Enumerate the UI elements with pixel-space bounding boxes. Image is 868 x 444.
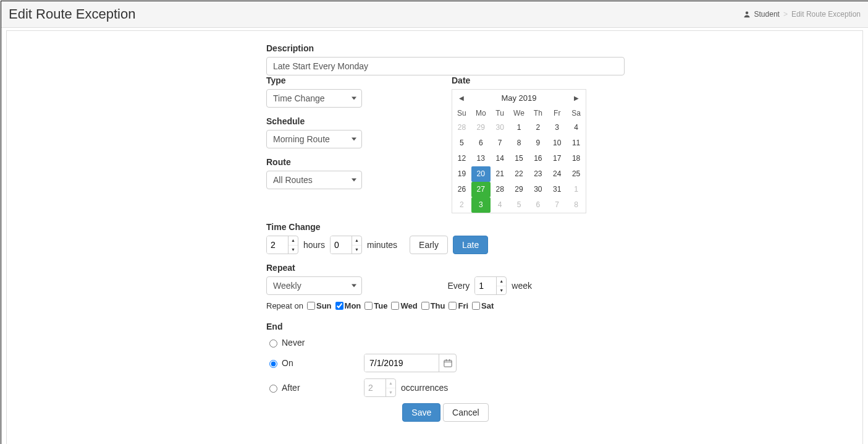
cancel-button[interactable]: Cancel [443, 403, 489, 422]
calendar-day[interactable]: 15 [510, 151, 529, 166]
repeat-day-label: Mon [345, 301, 361, 310]
minutes-up-button[interactable]: ▲ [352, 236, 361, 245]
calendar-day[interactable]: 20 [471, 166, 491, 182]
every-input[interactable] [475, 277, 496, 294]
calendar-day[interactable]: 12 [452, 151, 471, 166]
calendar-day[interactable]: 3 [471, 197, 491, 213]
calendar-day[interactable]: 22 [510, 166, 529, 182]
calendar-day[interactable]: 5 [510, 197, 529, 213]
calendar-day[interactable]: 3 [547, 120, 567, 135]
calendar-day[interactable]: 28 [491, 182, 510, 197]
repeat-day-mon[interactable]: Mon [335, 301, 361, 310]
after-down-button[interactable]: ▼ [386, 388, 395, 397]
repeat-day-checkbox[interactable] [449, 302, 457, 310]
late-button[interactable]: Late [453, 236, 488, 254]
calendar-day[interactable]: 18 [567, 151, 586, 166]
calendar-day[interactable]: 1 [567, 182, 586, 197]
calendar-day[interactable]: 25 [567, 166, 586, 182]
after-up-button[interactable]: ▲ [386, 379, 395, 388]
end-on-radio[interactable] [269, 360, 277, 368]
minutes-down-button[interactable]: ▼ [352, 245, 361, 254]
repeat-day-checkbox[interactable] [391, 302, 399, 310]
svg-point-0 [745, 12, 748, 15]
end-after-input[interactable] [364, 379, 386, 396]
repeat-day-checkbox[interactable] [335, 302, 343, 310]
repeat-day-sat[interactable]: Sat [472, 301, 494, 310]
hours-input[interactable] [267, 236, 288, 254]
calendar-day[interactable]: 2 [528, 120, 547, 135]
calendar-dow: Th [528, 106, 547, 120]
calendar-day[interactable]: 10 [547, 135, 567, 151]
repeat-day-checkbox[interactable] [421, 302, 429, 310]
calendar-day[interactable]: 6 [528, 197, 547, 213]
breadcrumb-current: Edit Route Exception [791, 10, 861, 19]
end-on-date-input[interactable] [364, 354, 439, 372]
repeat-day-checkbox[interactable] [364, 302, 373, 310]
calendar-day[interactable]: 11 [567, 135, 586, 151]
calendar-day[interactable]: 9 [528, 135, 547, 151]
hours-spinner[interactable]: ▲ ▼ [266, 236, 298, 254]
description-input[interactable] [266, 57, 625, 75]
repeat-day-thu[interactable]: Thu [421, 301, 445, 310]
breadcrumb-student-link[interactable]: Student [754, 10, 780, 19]
end-after-spinner[interactable]: ▲ ▼ [364, 378, 396, 397]
calendar-day[interactable]: 6 [471, 135, 491, 151]
repeat-day-wed[interactable]: Wed [391, 301, 417, 310]
calendar-day[interactable]: 13 [471, 151, 491, 166]
repeat-dropdown[interactable]: Weekly [266, 276, 362, 295]
calendar-day[interactable]: 8 [510, 135, 529, 151]
calendar-day[interactable]: 30 [528, 182, 547, 197]
calendar-day[interactable]: 30 [491, 120, 510, 135]
calendar-day[interactable]: 4 [491, 197, 510, 213]
type-dropdown[interactable]: Time Change [266, 89, 362, 108]
calendar-day[interactable]: 1 [510, 120, 529, 135]
calendar-day[interactable]: 29 [471, 120, 491, 135]
calendar-icon[interactable] [439, 354, 456, 372]
repeat-day-checkbox[interactable] [472, 302, 480, 310]
hours-down-button[interactable]: ▼ [289, 245, 298, 254]
every-down-button[interactable]: ▼ [497, 286, 506, 295]
repeat-day-checkbox[interactable] [307, 302, 315, 310]
end-after-label: After [282, 383, 300, 393]
every-label: Every [448, 281, 470, 291]
schedule-dropdown[interactable]: Morning Route [266, 130, 362, 148]
calendar-day[interactable]: 17 [547, 151, 567, 166]
calendar-day[interactable]: 8 [567, 197, 586, 213]
early-button[interactable]: Early [410, 236, 448, 254]
calendar-day[interactable]: 2 [452, 197, 471, 213]
calendar-day[interactable]: 31 [547, 182, 567, 197]
calendar-day[interactable]: 27 [471, 182, 491, 197]
repeat-day-fri[interactable]: Fri [449, 301, 468, 310]
repeat-day-sun[interactable]: Sun [307, 301, 332, 310]
minutes-spinner[interactable]: ▲ ▼ [330, 236, 362, 254]
schedule-dropdown-value: Morning Route [273, 134, 330, 144]
hours-up-button[interactable]: ▲ [289, 236, 298, 245]
save-button[interactable]: Save [402, 403, 440, 422]
calendar-day[interactable]: 28 [452, 120, 471, 135]
repeat-day-tue[interactable]: Tue [364, 301, 387, 310]
end-on-date-field[interactable] [364, 354, 457, 372]
calendar-day[interactable]: 26 [452, 182, 471, 197]
calendar-day[interactable]: 19 [452, 166, 471, 182]
calendar-month-title: May 2019 [501, 93, 536, 103]
calendar-day[interactable]: 7 [491, 135, 510, 151]
calendar-day[interactable]: 4 [567, 120, 586, 135]
calendar-day[interactable]: 29 [510, 182, 529, 197]
calendar-prev-button[interactable]: ◀ [457, 95, 466, 101]
calendar-day[interactable]: 14 [491, 151, 510, 166]
calendar-day[interactable]: 16 [528, 151, 547, 166]
calendar-day[interactable]: 5 [452, 135, 471, 151]
end-never-radio[interactable] [269, 339, 277, 348]
calendar-day[interactable]: 24 [547, 166, 567, 182]
end-after-radio[interactable] [269, 385, 277, 393]
hours-unit-label: hours [303, 240, 325, 250]
minutes-input[interactable] [331, 236, 352, 254]
calendar-next-button[interactable]: ▶ [572, 95, 581, 101]
caret-down-icon [352, 138, 356, 141]
every-spinner[interactable]: ▲ ▼ [474, 276, 507, 295]
calendar-day[interactable]: 23 [528, 166, 547, 182]
every-up-button[interactable]: ▲ [497, 277, 506, 286]
calendar-day[interactable]: 7 [547, 197, 567, 213]
route-dropdown[interactable]: All Routes [266, 171, 362, 189]
calendar-day[interactable]: 21 [491, 166, 510, 182]
